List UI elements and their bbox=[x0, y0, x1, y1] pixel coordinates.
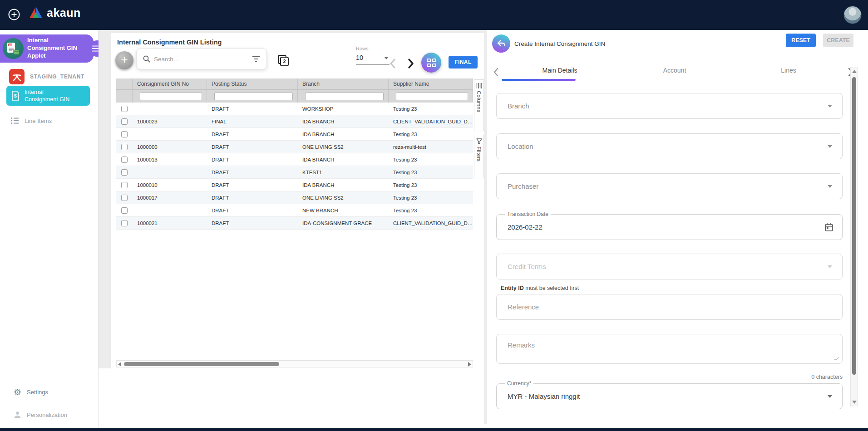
remarks-input[interactable] bbox=[497, 334, 842, 363]
sidebar-item-settings[interactable]: ⚙ Settings bbox=[0, 385, 98, 399]
table-row[interactable]: 1000017DRAFTONE LIVING SS2Testing 23 bbox=[116, 191, 473, 204]
bottom-bar bbox=[0, 428, 868, 431]
cell-branch: IDA BRANCH bbox=[298, 157, 389, 162]
row-checkbox[interactable] bbox=[121, 118, 128, 125]
cell-gin-no: 1000023 bbox=[133, 119, 207, 124]
pages-front-sheet: 2 bbox=[280, 57, 289, 66]
grid-icon bbox=[427, 59, 436, 67]
tab-account[interactable]: Account bbox=[628, 67, 721, 74]
table-row[interactable]: DRAFTKTEST1Testing 23 bbox=[116, 166, 473, 179]
user-avatar[interactable] bbox=[843, 6, 862, 24]
final-button[interactable]: FINAL bbox=[449, 56, 478, 69]
scroll-down-arrow[interactable] bbox=[852, 401, 857, 404]
remarks-field bbox=[496, 334, 843, 364]
row-checkbox[interactable] bbox=[121, 195, 128, 201]
location-select[interactable]: Location bbox=[496, 133, 843, 159]
view-switcher-button[interactable] bbox=[421, 53, 441, 73]
search-box bbox=[136, 49, 267, 69]
sidebar-item-personalization[interactable]: Personalization bbox=[0, 407, 98, 422]
filter-lines-icon[interactable] bbox=[252, 56, 260, 62]
person-icon bbox=[14, 411, 21, 419]
branch-select[interactable]: Branch bbox=[496, 93, 843, 119]
multi-page-icon[interactable]: 2 bbox=[278, 55, 290, 67]
horizontal-scroll-thumb[interactable] bbox=[124, 362, 279, 366]
header-branch[interactable]: Branch bbox=[298, 78, 389, 89]
header-consignment-gin-no[interactable]: Consignment GIN No bbox=[133, 78, 207, 89]
row-checkbox[interactable] bbox=[121, 207, 128, 214]
tabs-scroll-left[interactable] bbox=[492, 67, 501, 78]
add-record-button[interactable]: + bbox=[115, 51, 133, 69]
currency-select[interactable]: Currency* MYR - Malaysian ringgit bbox=[496, 383, 843, 409]
columns-icon bbox=[476, 83, 482, 88]
cell-gin-no: 1000017 bbox=[133, 195, 207, 201]
table-row[interactable]: 1000013DRAFTIDA BRANCHTesting 23 bbox=[116, 153, 473, 166]
global-add-button[interactable] bbox=[6, 7, 22, 22]
header-posting-status[interactable]: Posting Status bbox=[207, 78, 298, 89]
row-checkbox-cell bbox=[116, 195, 133, 201]
previous-page-button[interactable] bbox=[388, 58, 399, 69]
table-row[interactable]: 1000021DRAFTIDA-CONSIGNMENT GRACECLIENT_… bbox=[116, 217, 473, 230]
filter-input-consignment-gin-no[interactable] bbox=[140, 93, 202, 100]
sidebar-item-tenant[interactable]: STAGING_TENANT bbox=[0, 65, 98, 88]
gear-icon: ⚙ bbox=[14, 388, 21, 397]
sidebar-item-internal-consignment-gin[interactable]: $ Internal Consignment GIN bbox=[6, 86, 90, 106]
purchaser-select[interactable]: Purchaser bbox=[496, 173, 843, 199]
table-row[interactable]: DRAFTIDA BRANCHTesting 23 bbox=[116, 128, 473, 141]
reference-input[interactable] bbox=[508, 303, 798, 311]
credit-terms-select[interactable]: Credit Terms bbox=[496, 254, 843, 279]
cell-supplier-name: Testing 23 bbox=[389, 132, 473, 137]
scroll-right-arrow[interactable] bbox=[468, 362, 471, 367]
table-row[interactable]: DRAFTNEW BRANCHTesting 23 bbox=[116, 204, 473, 217]
row-checkbox-cell bbox=[116, 207, 133, 214]
akaun-triangle-icon bbox=[29, 7, 43, 19]
row-checkbox[interactable] bbox=[121, 131, 128, 137]
filter-input-branch[interactable] bbox=[305, 93, 384, 100]
brand-name: akaun bbox=[47, 6, 81, 20]
applet-header[interactable]: GIN Internal Consignment GIN Applet bbox=[0, 34, 94, 63]
filters-side-tab[interactable]: Filters bbox=[474, 135, 484, 178]
row-checkbox[interactable] bbox=[121, 182, 128, 188]
search-input[interactable] bbox=[154, 56, 252, 63]
cell-branch: ONE LIVING SS2 bbox=[298, 144, 389, 150]
sidebar-item-line-items[interactable]: Line Items bbox=[0, 113, 98, 129]
vertical-scroll-thumb[interactable] bbox=[852, 77, 856, 375]
detail-tabs: Main Details Account Lines bbox=[487, 64, 859, 80]
row-checkbox[interactable] bbox=[121, 106, 128, 112]
dropdown-caret-icon bbox=[828, 185, 832, 188]
list-icon bbox=[11, 117, 19, 124]
transaction-date-field[interactable]: Transaction Date 2026-02-22 bbox=[496, 214, 843, 240]
filter-input-supplier-name[interactable] bbox=[396, 93, 468, 100]
back-button[interactable] bbox=[492, 34, 510, 53]
next-page-button[interactable] bbox=[405, 58, 416, 69]
create-button[interactable]: CREATE bbox=[823, 34, 853, 47]
table-row[interactable]: 1000000DRAFTONE LIVING SS2reza-multi-tes… bbox=[116, 141, 473, 153]
cell-posting-status: DRAFT bbox=[207, 157, 298, 162]
scroll-left-arrow[interactable] bbox=[118, 362, 121, 367]
row-checkbox-cell bbox=[116, 157, 133, 163]
cell-supplier-name: CLIENT_VALIDATION_GUID_DO... bbox=[389, 119, 473, 124]
cell-supplier-name: Testing 23 bbox=[389, 106, 473, 112]
row-checkbox[interactable] bbox=[121, 157, 128, 163]
table-row[interactable]: 1000023FINALIDA BRANCHCLIENT_VALIDATION_… bbox=[116, 115, 473, 128]
filter-input-posting-status[interactable] bbox=[214, 93, 293, 100]
horizontal-scrollbar bbox=[116, 360, 473, 367]
rows-per-page-select[interactable]: Rows 10 bbox=[356, 46, 390, 65]
tab-lines[interactable]: Lines bbox=[741, 67, 836, 74]
row-checkbox[interactable] bbox=[121, 144, 128, 150]
scroll-up-arrow[interactable] bbox=[852, 70, 857, 73]
table-row[interactable]: 1000010DRAFTIDA BRANCHTesting 23 bbox=[116, 179, 473, 191]
reset-button[interactable]: RESET bbox=[786, 34, 816, 47]
search-icon bbox=[143, 55, 150, 63]
table-row[interactable]: DRAFTWORKSHOPTesting 23 bbox=[116, 103, 473, 115]
row-checkbox[interactable] bbox=[121, 169, 128, 176]
rows-value: 10 bbox=[356, 54, 390, 65]
tab-main-details[interactable]: Main Details bbox=[514, 67, 605, 74]
back-arrow-icon bbox=[497, 39, 506, 48]
columns-side-tab[interactable]: Columns bbox=[474, 79, 484, 131]
cell-supplier-name: Testing 23 bbox=[389, 157, 473, 162]
row-checkbox[interactable] bbox=[121, 220, 128, 226]
cell-posting-status: DRAFT bbox=[207, 195, 298, 201]
calendar-icon[interactable] bbox=[824, 222, 834, 232]
header-supplier-name[interactable]: Supplier Name bbox=[389, 78, 473, 89]
row-checkbox-cell bbox=[116, 118, 133, 125]
